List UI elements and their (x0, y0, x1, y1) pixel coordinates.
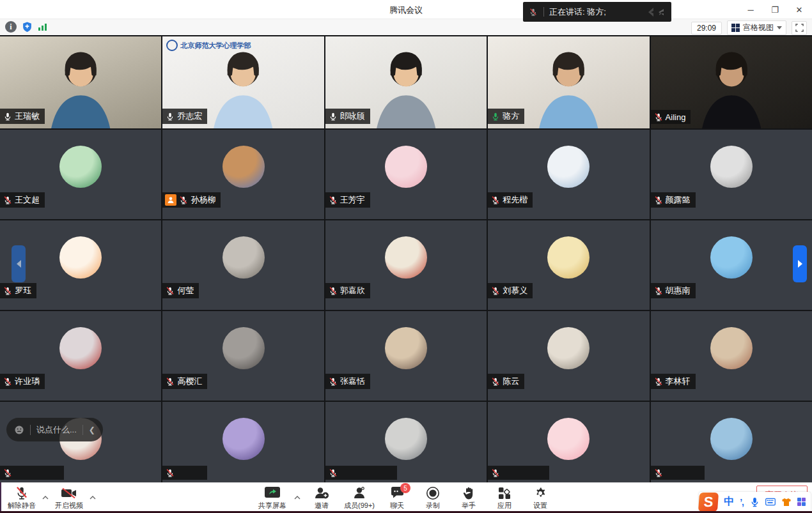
participant-tile[interactable]: 何莹 (162, 220, 324, 310)
mic-status-icon (490, 111, 501, 121)
security-shield-icon[interactable] (22, 20, 33, 33)
next-page-button[interactable] (793, 245, 807, 282)
avatar (547, 418, 589, 460)
participant-name-label: 罗珏 (0, 283, 36, 298)
meeting-timer: 29:09 (691, 22, 722, 34)
chevron-up-icon[interactable] (41, 489, 50, 503)
ime-toolbox-icon[interactable] (797, 498, 806, 506)
chat-widget-divider (30, 425, 31, 435)
participant-tile[interactable]: 李林轩 (651, 311, 812, 401)
view-mode-selector[interactable]: 宫格视图 (727, 20, 786, 35)
toolbar-button-label: 开启视频 (55, 501, 83, 510)
toolbar-button-mic-muted[interactable]: 解除静音 (5, 484, 38, 510)
participant-tile[interactable]: 程先楷 (488, 130, 649, 219)
toolbar-button-raise-hand[interactable]: 举手 (453, 484, 485, 510)
chevron-up-icon[interactable] (293, 489, 302, 503)
participant-tile[interactable]: 骆方 (488, 36, 649, 128)
participant-tile[interactable] (488, 402, 649, 491)
toolbar-button-invite[interactable]: 邀请 (306, 484, 338, 510)
participant-tile[interactable] (162, 402, 324, 491)
raise-hand-icon (462, 486, 475, 500)
mic-status-icon (165, 376, 175, 387)
soft-keyboard-icon[interactable] (765, 497, 776, 507)
participant-tile[interactable]: 王瑞敏 (0, 36, 161, 128)
sogou-logo-icon[interactable]: S (698, 493, 719, 512)
participant-name-label: 高樱汇 (162, 374, 207, 389)
participant-name: 罗珏 (15, 285, 31, 296)
voice-input-icon[interactable] (749, 497, 760, 507)
avatar (547, 236, 589, 279)
participant-tile[interactable] (651, 402, 812, 491)
network-signal-icon[interactable] (38, 20, 48, 33)
participant-tile[interactable]: Ailing (651, 36, 812, 128)
window-left-edge (0, 482, 1, 511)
participant-tile[interactable]: 王芳宇 (325, 130, 487, 219)
minimize-button[interactable]: ─ (742, 2, 760, 17)
close-button[interactable]: ✕ (790, 2, 808, 17)
mic-status-icon (178, 195, 189, 205)
participant-name-label: 刘慕义 (488, 283, 533, 298)
avatar (59, 327, 102, 369)
participant-tile[interactable]: 张嘉恬 (325, 311, 487, 401)
members-icon (352, 486, 366, 500)
participant-name: 何莹 (177, 285, 194, 296)
toolbar-button-members[interactable]: 成员(99+) (341, 484, 377, 510)
participant-tile[interactable]: 北京师范大学心理学部乔志宏 (162, 36, 324, 128)
emoji-icon[interactable] (14, 425, 24, 435)
participant-tile[interactable] (0, 402, 161, 491)
record-icon (426, 486, 440, 500)
toolbar-button-share-screen[interactable]: 共享屏幕 (256, 484, 289, 510)
participant-tile[interactable]: 胡惠南 (651, 220, 812, 310)
previous-page-button[interactable] (12, 245, 26, 282)
meeting-info-icon[interactable]: i (5, 21, 17, 33)
speaking-label: 正在讲话: 骆方; (549, 6, 644, 18)
avatar (710, 236, 753, 279)
mic-status-icon (653, 195, 664, 205)
participant-tile[interactable] (325, 402, 487, 491)
participant-grid: 王瑞敏北京师范大学心理学部乔志宏郎咏颀骆方Ailing王文超孙杨柳王芳宇程先楷颜… (0, 35, 812, 513)
toolbar-button-record[interactable]: 录制 (417, 484, 449, 510)
participant-tile[interactable]: 刘慕义 (488, 220, 649, 310)
participant-name-label: 何莹 (162, 283, 199, 298)
app-title: 腾讯会议 (0, 4, 812, 16)
quick-chat-widget[interactable]: 说点什么... ❮ (6, 418, 103, 441)
chevron-up-icon[interactable] (88, 489, 97, 503)
participant-tile[interactable]: 王文超 (0, 130, 161, 219)
participant-tile[interactable]: 陈云 (488, 311, 649, 401)
participant-tile[interactable]: 高樱汇 (162, 311, 324, 401)
mic-muted-icon (528, 7, 538, 17)
avatar (385, 327, 427, 369)
participant-name-label: Ailing (651, 110, 691, 124)
restore-button[interactable]: ❐ (766, 2, 784, 17)
speaking-banner: 正在讲话: 骆方; (523, 2, 671, 22)
fullscreen-button[interactable] (792, 21, 807, 35)
participant-name-label: 郎咏颀 (325, 109, 370, 124)
toolbar-button-label: 共享屏幕 (258, 501, 286, 510)
banner-nav-arrows-icon[interactable] (644, 6, 666, 18)
participant-tile[interactable]: 许业璘 (0, 311, 161, 401)
toolbar-button-settings[interactable]: 设置 (524, 484, 556, 510)
statusbar: i 29:09 宫格视图 (0, 19, 812, 35)
mic-status-icon (490, 376, 501, 387)
ime-punctuation-toggle[interactable]: ’, (740, 497, 744, 507)
ime-skin-icon[interactable] (781, 497, 792, 507)
ime-language-toggle[interactable]: 中 (724, 495, 734, 509)
collapse-chat-icon[interactable]: ❮ (89, 425, 95, 434)
participant-tile[interactable]: 郎咏颀 (325, 36, 487, 128)
bottom-toolbar: 解除静音开启视频 共享屏幕邀请成员(99+)聊天5录制举手应用设置 离开会议 (0, 482, 812, 511)
toolbar-button-chat[interactable]: 聊天5 (381, 484, 413, 510)
chevron-left-icon (17, 260, 21, 268)
participant-tile[interactable]: 孙杨柳 (162, 130, 324, 219)
participant-name-label: 李林轩 (651, 374, 696, 389)
avatar (710, 327, 753, 369)
toolbar-button-label: 解除静音 (8, 501, 36, 510)
mic-status-icon (165, 286, 175, 296)
toolbar-button-apps[interactable]: 应用 (488, 484, 520, 510)
participant-tile[interactable]: 颜露懿 (651, 130, 812, 219)
participant-name-label (488, 466, 549, 480)
participant-tile[interactable]: 郭嘉欣 (325, 220, 487, 310)
mic-status-icon (165, 468, 175, 478)
toolbar-button-camera-off[interactable]: 开启视频 (52, 484, 86, 510)
mic-status-icon (490, 195, 501, 205)
chat-input[interactable]: 说点什么... (36, 424, 77, 436)
